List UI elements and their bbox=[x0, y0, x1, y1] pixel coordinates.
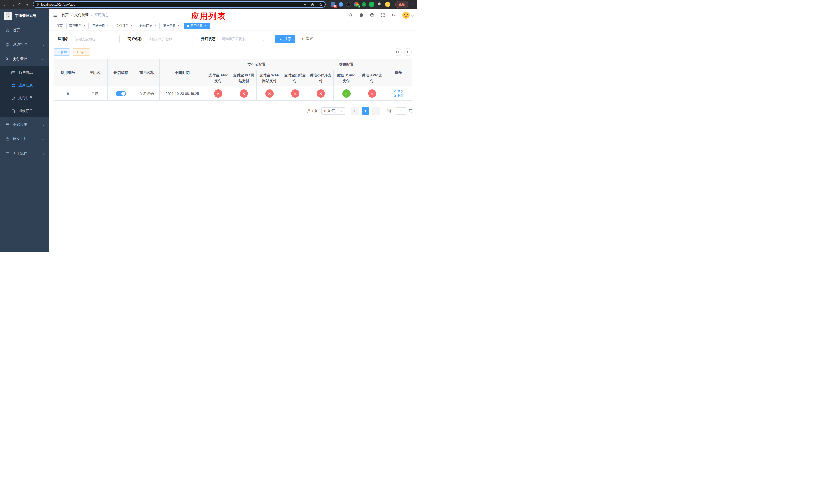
disabled-icon bbox=[291, 90, 299, 98]
goto-unit: 页 bbox=[409, 109, 412, 113]
sidebar-item-label: 系统管理 bbox=[13, 42, 39, 47]
cell-wx-app bbox=[359, 86, 385, 101]
address-bar[interactable]: localhost:1024/pay/app bbox=[33, 1, 326, 8]
app-name-input[interactable] bbox=[72, 35, 119, 43]
document-icon bbox=[11, 109, 15, 113]
export-button-label: 导出 bbox=[80, 50, 86, 54]
status-select[interactable]: 请选择开启状态 bbox=[219, 35, 267, 43]
tab-user-group[interactable]: 用户分组 bbox=[90, 23, 112, 29]
next-page-button[interactable] bbox=[372, 108, 379, 115]
search-icon bbox=[396, 50, 399, 54]
svg-text:T: T bbox=[394, 14, 395, 17]
fullscreen-icon[interactable] bbox=[378, 10, 388, 20]
merchant-name-input[interactable] bbox=[145, 35, 193, 43]
breadcrumb-item-payment[interactable]: 支付管理 bbox=[74, 13, 89, 18]
refresh-table-button[interactable] bbox=[404, 48, 412, 56]
column-group-alipay: 支付宝配置 bbox=[205, 59, 308, 70]
sidebar-toggle[interactable] bbox=[49, 9, 62, 22]
close-icon[interactable] bbox=[130, 24, 133, 28]
status-toggle[interactable] bbox=[116, 91, 126, 96]
table-toolbar: 新增 导出 bbox=[54, 48, 412, 56]
search-button[interactable]: 搜索 bbox=[276, 35, 295, 43]
disabled-icon bbox=[368, 90, 376, 98]
share-icon[interactable] bbox=[309, 1, 315, 7]
edit-link[interactable]: 修改 bbox=[393, 89, 403, 93]
sidebar-item-devtools[interactable]: 研发工具 bbox=[0, 132, 49, 146]
tab-pay-order[interactable]: 支付订单 bbox=[114, 23, 136, 29]
cell-wx-lite bbox=[308, 86, 334, 101]
sidebar-item-system[interactable]: 系统管理 bbox=[0, 38, 49, 52]
password-key-icon[interactable] bbox=[301, 1, 307, 7]
delete-link[interactable]: 删除 bbox=[393, 94, 403, 98]
yen-icon: ¥ bbox=[5, 56, 10, 61]
sidebar-subitem-pay-order[interactable]: 支付订单 bbox=[0, 92, 49, 105]
sidebar-subitem-merchant-info[interactable]: 商户信息 bbox=[0, 66, 49, 79]
bookmark-star-icon[interactable] bbox=[317, 1, 324, 7]
extensions-puzzle-icon[interactable] bbox=[377, 2, 382, 7]
status-label: 开启状态 bbox=[201, 37, 215, 41]
github-icon[interactable] bbox=[357, 10, 366, 20]
forward-icon[interactable] bbox=[9, 1, 16, 8]
trash-icon bbox=[393, 94, 396, 97]
sidebar-item-payment[interactable]: ¥ 支付管理 bbox=[0, 52, 49, 66]
add-button-label: 新增 bbox=[61, 50, 67, 54]
edit-link-label: 修改 bbox=[397, 89, 403, 93]
sidebar-subitem-app-info[interactable]: 应用信息 bbox=[0, 79, 49, 92]
export-button[interactable]: 导出 bbox=[72, 48, 90, 55]
font-size-icon[interactable]: TT bbox=[389, 10, 398, 20]
help-icon[interactable] bbox=[368, 10, 377, 20]
back-icon[interactable] bbox=[2, 1, 9, 8]
chevron-down-icon bbox=[42, 138, 45, 140]
app-logo[interactable]: 芋道管理系统 bbox=[0, 9, 49, 23]
cell-created: 2021-10-23 08:49:25 bbox=[159, 86, 205, 101]
sidebar-item-label: 商户信息 bbox=[19, 70, 44, 75]
browser-menu-icon[interactable] bbox=[411, 2, 415, 7]
reset-button[interactable]: 重置 bbox=[298, 35, 317, 43]
page-size-select[interactable]: 10条/页 bbox=[321, 108, 346, 115]
tab-refund-order[interactable]: 退款订单 bbox=[137, 23, 159, 29]
search-icon[interactable] bbox=[346, 10, 355, 20]
svg-text:T: T bbox=[392, 14, 394, 17]
extension-icon-3[interactable] bbox=[346, 2, 351, 7]
page-1-button[interactable]: 1 bbox=[361, 108, 369, 115]
column-header-alipay-app: 支付宝 APP 支付 bbox=[205, 70, 231, 86]
close-icon[interactable] bbox=[83, 24, 86, 28]
breadcrumb-separator: / bbox=[91, 13, 92, 17]
add-button[interactable]: 新增 bbox=[54, 48, 70, 55]
sidebar-item-infrastructure[interactable]: 基础设施 bbox=[0, 117, 49, 132]
column-header-app-id: 应用编号 bbox=[54, 59, 82, 86]
column-header-app-name: 应用名 bbox=[82, 59, 108, 86]
site-info-icon[interactable] bbox=[36, 2, 39, 7]
extension-icon-5[interactable] bbox=[361, 2, 366, 7]
close-icon[interactable] bbox=[106, 24, 110, 28]
extension-icon-4[interactable]: 1 bbox=[354, 2, 358, 7]
extension-icon-2[interactable] bbox=[338, 2, 343, 7]
tab-merchant-info[interactable]: 商户信息 bbox=[161, 23, 183, 29]
goto-page-input[interactable] bbox=[395, 108, 407, 115]
reset-button-label: 重置 bbox=[306, 37, 313, 41]
close-icon[interactable] bbox=[204, 24, 207, 28]
cell-app-name: 芋道 bbox=[82, 86, 108, 101]
breadcrumb-item-home[interactable]: 首页 bbox=[62, 13, 69, 18]
toggle-search-button[interactable] bbox=[394, 48, 402, 56]
sidebar-subitem-refund-order[interactable]: 退款订单 bbox=[0, 105, 49, 117]
close-icon[interactable] bbox=[153, 24, 157, 28]
close-icon[interactable] bbox=[177, 24, 180, 28]
tab-process-form[interactable]: 流程表单 bbox=[66, 23, 89, 29]
prev-page-button[interactable] bbox=[351, 108, 359, 115]
reload-icon[interactable] bbox=[16, 1, 23, 8]
tab-home[interactable]: 首页 bbox=[54, 23, 65, 29]
extension-icon-1[interactable]: 10 bbox=[331, 2, 335, 7]
home-icon[interactable] bbox=[24, 1, 30, 8]
chevron-left-icon bbox=[354, 110, 356, 112]
cell-alipay-app bbox=[205, 86, 231, 101]
tab-app-info[interactable]: 应用信息 bbox=[184, 23, 210, 29]
user-menu[interactable] bbox=[402, 11, 413, 19]
sidebar-item-workflow[interactable]: 工作流程 bbox=[0, 146, 49, 160]
sidebar-item-home[interactable]: 首页 bbox=[0, 23, 49, 38]
cell-app-id: 6 bbox=[54, 86, 82, 101]
update-button[interactable]: 更新 bbox=[395, 1, 408, 8]
column-header-wx-jsapi: 微信 JSAPI 支付 bbox=[334, 70, 359, 86]
extension-icon-6[interactable] bbox=[369, 2, 374, 7]
browser-profile-avatar[interactable] bbox=[385, 2, 390, 7]
